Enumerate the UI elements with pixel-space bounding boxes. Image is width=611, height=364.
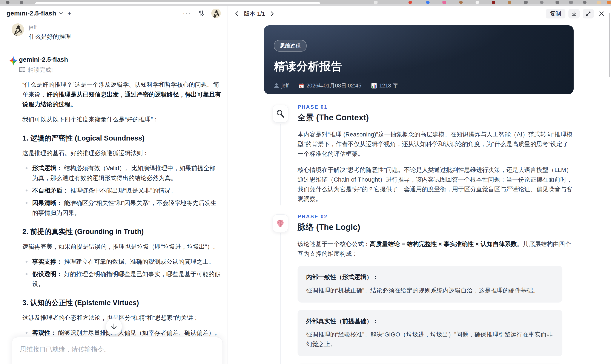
profile-avatar-icon[interactable] — [597, 1, 601, 4]
timeline-connector — [280, 124, 280, 205]
bullet-item: 形式逻辑： 结构必须有效（Valid）。比如演绎推理中，如果前提全部为真，那么通… — [22, 163, 221, 183]
extension-icon[interactable] — [607, 1, 611, 4]
browser-tab[interactable] — [35, 2, 320, 4]
reply-paragraph: “什么是好的推理？”这是一个涉及逻辑学、认知科学和哲学核心的问题。简单来说，好的… — [22, 80, 221, 109]
magnifier-icon — [273, 105, 288, 122]
model-selector[interactable]: gemini-2.5-flash — [6, 10, 63, 17]
phase-paragraph: 本内容是对“推理 (Reasoning)”这一抽象概念的高层建模。在知识爆炸与人… — [298, 130, 574, 159]
extension-icon[interactable] — [6, 1, 10, 4]
extension-icon[interactable] — [540, 1, 544, 4]
section-heading: 3. 认知的公正性 (Epistemic Virtues) — [22, 298, 221, 308]
extension-icon[interactable] — [583, 1, 586, 4]
phase-section-2: PHASE 02 脉络 (The Logic) 该论述基于一个核心公式：高质量结… — [264, 214, 574, 364]
extension-icon[interactable] — [20, 1, 23, 4]
report-document[interactable]: 思维过程 精读分析报告 jeff 2 — [227, 22, 611, 364]
composer-input[interactable]: 思维接口已就绪，请传输指令。 — [20, 345, 214, 354]
dimension-card: 外部真实性（前提基础）： 强调推理的“经验校准”。解决“GIGO（垃圾进，垃圾出… — [298, 310, 562, 356]
download-icon — [571, 11, 577, 17]
extension-icon[interactable] — [524, 1, 528, 4]
extension-icon[interactable] — [476, 1, 479, 4]
preview-scrollbar[interactable] — [609, 13, 610, 77]
new-chat-button[interactable]: + — [67, 10, 72, 17]
screen: gemini-2.5-flash + ··· — [0, 0, 611, 364]
phase-title: 全景 (The Context) — [298, 112, 574, 123]
version-next-button[interactable] — [268, 10, 276, 17]
extension-icon[interactable] — [409, 1, 412, 4]
report-date: 2026年01月08日 02:45 — [298, 82, 361, 89]
chat-panel: gemini-2.5-flash + ··· — [0, 6, 227, 364]
extension-icon[interactable] — [459, 1, 463, 4]
extension-icon[interactable] — [556, 1, 559, 4]
copy-button[interactable]: 复制 — [546, 9, 565, 18]
report-title: 精读分析报告 — [274, 59, 564, 74]
bullet-item: 不自相矛盾： 推理链条中不能出现“既是又非”的情况。 — [22, 186, 221, 195]
section-lead: 逻辑再完美，如果前提是错误的，推理也是垃圾（即“垃圾进，垃圾出”）。 — [22, 242, 221, 252]
bullet-item: 事实支撑： 推理建立在可靠的数据、准确的观测或公认的真理之上。 — [22, 257, 221, 267]
chat-scroll-area[interactable]: jeff 什么是好的推理 gemini-2.5-flash — [0, 21, 227, 364]
close-icon — [599, 11, 604, 16]
user-message-text: 什么是好的推理 — [29, 32, 71, 41]
card-body: 强调推理的“机械正确”。结论必须在给定的规则系统内逻辑自洽，这是推理的硬件基础。 — [306, 286, 554, 295]
scroll-to-bottom-button[interactable] — [106, 318, 122, 335]
bullet-item: 因果清晰： 能准确区分“相关性”和“因果关系”，不会轻率地将先后发生的事情归为因… — [22, 198, 221, 218]
preview-panel: 版本 1/1 复制 — [227, 6, 611, 364]
phase-label: PHASE 02 — [298, 214, 574, 220]
more-options-button[interactable]: ··· — [183, 10, 191, 17]
report-badge: 思维过程 — [274, 40, 306, 52]
person-icon — [274, 83, 279, 89]
bullet-list: 形式逻辑： 结构必须有效（Valid）。比如演绎推理中，如果前提全部为真，那么通… — [22, 163, 221, 218]
user-name: jeff — [29, 23, 71, 31]
extension-icon[interactable] — [508, 1, 511, 4]
download-button[interactable] — [569, 9, 580, 18]
toolbar-strip — [0, 4, 611, 6]
account-avatar[interactable] — [211, 9, 221, 18]
composer[interactable]: 思维接口已就绪，请传输指令。 — [12, 337, 223, 364]
expand-button[interactable] — [583, 9, 594, 18]
report-author: jeff — [274, 82, 289, 89]
gemini-star-icon — [8, 56, 18, 66]
assistant-message: gemini-2.5-flash 精读完成! “什么是好的推理？”这是一个涉及逻… — [0, 55, 227, 364]
section-heading: 2. 前提的真实性 (Grounding in Truth) — [22, 227, 221, 237]
assistant-model-name: gemini-2.5-flash — [19, 55, 217, 64]
close-preview-button[interactable] — [597, 9, 606, 18]
phase-paragraph: 核心情境在于解决“思考的随意性”问题。不论是人类通过批判性思维进行决策，还是大语… — [298, 165, 574, 204]
preview-toolbar: 版本 1/1 复制 — [227, 6, 611, 22]
timeline-connector — [280, 233, 280, 364]
chat-header: gemini-2.5-flash + ··· — [0, 6, 227, 21]
phase-label: PHASE 01 — [298, 104, 574, 110]
extension-icon[interactable] — [374, 1, 378, 4]
section-lead: 这是推理的基石。好的推理必须遵循逻辑法则： — [22, 148, 221, 158]
card-title: 外部真实性（前提基础）： — [306, 317, 554, 325]
extension-icon[interactable] — [442, 1, 446, 4]
assistant-reply-body: “什么是好的推理？”这是一个涉及逻辑学、认知科学和哲学核心的问题。简单来说，好的… — [22, 80, 221, 364]
chevron-down-icon — [59, 12, 63, 15]
book-icon — [19, 67, 25, 73]
reply-paragraph: 我们可以从以下四个维度来衡量什么是“好的推理”： — [22, 115, 221, 124]
dimension-card: 内部一致性（形式逻辑）： 强调推理的“机械正确”。结论必须在给定的规则系统内逻辑… — [298, 266, 562, 302]
assistant-status-text: 精读完成! — [28, 66, 53, 74]
user-message: jeff 什么是好的推理 — [0, 21, 227, 41]
extension-icon[interactable] — [426, 1, 430, 4]
extension-icon[interactable] — [492, 1, 495, 4]
bar-chart-icon — [371, 83, 377, 89]
report-meta: jeff 2026年01月08日 02:45 121 — [274, 82, 564, 89]
calendar-icon — [298, 83, 304, 89]
tune-settings-icon[interactable] — [198, 10, 205, 17]
phase-paragraph: 该论述基于一个核心公式：高质量结论 = 结构完整性 × 事实准确性 × 认知自律… — [298, 239, 574, 259]
browser-chrome-strip — [0, 0, 611, 4]
bullet-item: 假设透明： 好的推理会明确指明哪些是已知事实，哪些是基于可能的假设。 — [22, 269, 221, 289]
version-label: 版本 1/1 — [244, 10, 265, 18]
card-title: 内部一致性（形式逻辑）： — [306, 273, 554, 281]
extension-icon[interactable] — [569, 1, 573, 4]
section-heading: 1. 逻辑的严密性 (Logical Soundness) — [22, 133, 221, 143]
assistant-status: 精读完成! — [19, 66, 217, 74]
phase-section-1: PHASE 01 全景 (The Context) 本内容是对“推理 (Reas… — [264, 104, 574, 204]
bullet-item: 客观性： 能够识别并尽量排除个人偏见（如幸存者偏差、确认偏差）。 — [22, 328, 221, 338]
phase-title: 脉络 (The Logic) — [298, 222, 574, 233]
model-selector-label: gemini-2.5-flash — [6, 10, 56, 17]
card-body: 强调推理的“经验校准”。解决“GIGO（垃圾进，垃圾出）”问题，确保推理引擎运行… — [306, 330, 554, 349]
brain-icon — [273, 214, 288, 232]
section-lead: 这涉及推理者的心态和方法论，也是区分“杠精”和“思想家”的关键： — [22, 313, 221, 323]
version-prev-button[interactable] — [233, 10, 240, 17]
expand-icon — [585, 11, 591, 17]
